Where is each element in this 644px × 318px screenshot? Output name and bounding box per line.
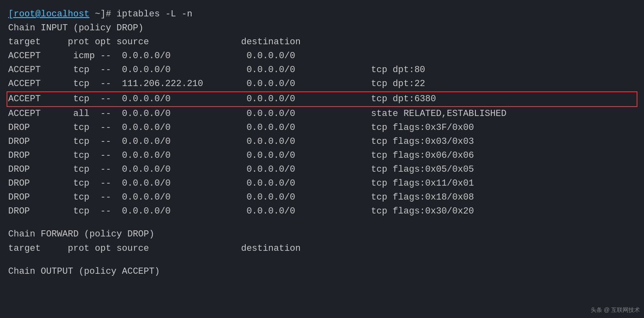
- rule-line: DROP tcp -- 0.0.0.0/0 0.0.0.0/0 tcp flag…: [8, 191, 636, 204]
- rule-line: ACCEPT icmp -- 0.0.0.0/0 0.0.0.0/0: [8, 49, 636, 63]
- chain-header-line: Chain OUTPUT (policy ACCEPT): [8, 265, 636, 279]
- column-header-line: target prot opt source destination: [8, 242, 636, 256]
- output-lines: Chain INPUT (policy DROP)target prot opt…: [8, 21, 636, 279]
- watermark: 头条 @ 互联网技术: [591, 307, 640, 314]
- rule-line: DROP tcp -- 0.0.0.0/0 0.0.0.0/0 tcp flag…: [8, 135, 636, 149]
- rule-line: DROP tcp -- 0.0.0.0/0 0.0.0.0/0 tcp flag…: [8, 204, 636, 218]
- prompt-rest: ~]# iptables -L -n: [89, 7, 192, 21]
- spacer-line: [8, 218, 636, 227]
- column-header-line: target prot opt source destination: [8, 35, 636, 49]
- rule-line: DROP tcp -- 0.0.0.0/0 0.0.0.0/0 tcp flag…: [8, 163, 636, 177]
- rule-line: ACCEPT all -- 0.0.0.0/0 0.0.0.0/0 state …: [8, 107, 636, 121]
- spacer-line: [8, 256, 636, 265]
- chain-header-line: Chain FORWARD (policy DROP): [8, 227, 636, 241]
- prompt-line: [root@localhost ~]# iptables -L -n: [8, 7, 636, 21]
- rule-line: DROP tcp -- 0.0.0.0/0 0.0.0.0/0 tcp flag…: [8, 121, 636, 135]
- rule-line: ACCEPT tcp -- 0.0.0.0/0 0.0.0.0/0 tcp dp…: [8, 63, 636, 77]
- rule-line: DROP tcp -- 0.0.0.0/0 0.0.0.0/0 tcp flag…: [8, 149, 636, 163]
- terminal: [root@localhost ~]# iptables -L -n Chain…: [8, 7, 636, 279]
- highlighted-rule-row: ACCEPT tcp -- 0.0.0.0/0 0.0.0.0/0 tcp dp…: [7, 91, 637, 107]
- prompt-user-link[interactable]: [root@localhost: [8, 7, 89, 21]
- chain-header-line: Chain INPUT (policy DROP): [8, 21, 636, 35]
- rule-line: ACCEPT tcp -- 111.206.222.210 0.0.0.0/0 …: [8, 77, 636, 91]
- rule-line: DROP tcp -- 0.0.0.0/0 0.0.0.0/0 tcp flag…: [8, 177, 636, 191]
